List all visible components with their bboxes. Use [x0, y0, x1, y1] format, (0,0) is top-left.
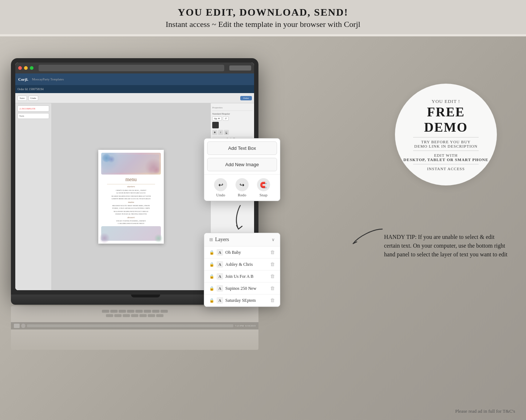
demo-devices: DESKTOP, TABLET OR SMART PHONE [403, 157, 488, 162]
menu-card-flowers-bottom [101, 226, 161, 241]
layer-delete-icon-3[interactable]: 🗑 [270, 273, 275, 279]
layer-item-oh-baby[interactable]: 🔒 A Oh Baby 🗑 [204, 247, 280, 259]
layers-panel: ⊞ Layers ∨ 🔒 A Oh Baby 🗑 🔒 A Ashley & Ch… [204, 233, 280, 307]
layer-name-supinos: Supinos 250 New [225, 286, 268, 291]
layer-type-1: A [217, 249, 223, 256]
snap-item: 🧲 Snap [257, 178, 270, 197]
corjl-brand: MoocayParty Templates [32, 77, 64, 81]
menu-card-canvas: menu starters CRISPY PANKO DUCK ROLL, SW… [98, 150, 164, 243]
corjl-nav: Order Id: 1500758194 [15, 85, 254, 93]
snap-icon-circle[interactable]: 🧲 [257, 178, 270, 191]
lock-icon-3: 🔒 [209, 274, 214, 279]
undo-label: Undo [216, 193, 225, 197]
redo-item: ↪ Redo [236, 178, 249, 197]
browser-dot-red [18, 66, 22, 70]
layer-delete-icon-5[interactable]: 🗑 [270, 297, 275, 303]
float-icon-row: ↩ Undo ↪ Redo 🧲 Snap [204, 174, 280, 201]
undo-icon-circle[interactable]: ↩ [214, 178, 227, 191]
browser-dot-yellow [24, 66, 28, 70]
layer-name-saturday: Saturday SEptem [225, 298, 268, 303]
layer-type-5: A [217, 297, 223, 304]
menu-card-flowers-top [101, 153, 161, 175]
lock-icon-5: 🔒 [209, 298, 214, 303]
demo-try: TRY BEFORE YOU BUY [421, 140, 471, 144]
corjl-float-panel: Add Text Box Add New Image ↩ Undo ↪ Redo… [204, 138, 280, 201]
demo-instant: INSTANT ACCESS [427, 167, 465, 171]
browser-dot-green [30, 66, 33, 70]
demo-link: DEMO LINK IN DESCRIPTION [414, 144, 478, 148]
demo-free: FREE [427, 104, 465, 120]
color-swatch[interactable] [212, 122, 219, 128]
lock-icon-4: 🔒 [209, 286, 214, 291]
demo-divider-3 [413, 164, 479, 164]
layers-header: ⊞ Layers ∨ [204, 233, 280, 247]
undo-item: ↩ Undo [214, 178, 227, 197]
corjl-order-id: Order Id: 1500758194 [17, 88, 44, 91]
corjl-logo: Corjl. [18, 77, 28, 81]
demo-divider-2 [413, 151, 479, 151]
layer-name-oh-baby: Oh Baby [225, 250, 268, 255]
layer-item-supinos[interactable]: 🔒 A Supinos 250 New 🗑 [204, 283, 280, 295]
corjl-sidebar: ⚠ INCOMPLETE Tools [15, 103, 52, 290]
arrow-1-svg [229, 204, 251, 233]
corjl-canvas-area: menu starters CRISPY PANKO DUCK ROLL, SW… [52, 103, 210, 290]
main-title: YOU EDIT, DOWNLOAD, SEND! [0, 7, 526, 18]
demo-demo: DEMO [424, 120, 468, 135]
layers-header-title: ⊞ Layers [209, 237, 229, 243]
demo-divider-1 [413, 137, 479, 137]
corjl-toolbar: Save Undo Order [15, 93, 254, 103]
handy-tip: HANDY TIP: If you are unable to select &… [384, 233, 508, 259]
sidebar-incomplete: ⚠ INCOMPLETE [17, 105, 49, 112]
demo-you-edit: YOU EDIT ! [432, 99, 460, 104]
menu-starters: starters CRISPY PANKO DUCK ROLL, SWEET &… [111, 185, 151, 224]
layer-delete-icon-2[interactable]: 🗑 [270, 261, 275, 267]
redo-label: Redo [238, 193, 246, 197]
layer-name-join-us: Join Us For A B [225, 274, 268, 279]
demo-circle: YOU EDIT ! FREE DEMO TRY BEFORE YOU BUY … [395, 84, 497, 185]
sidebar-tools: Tools [17, 113, 49, 119]
keyboard-area: 7:23 PM 6/18/2019 [11, 306, 258, 350]
browser-chrome [15, 63, 254, 73]
layer-item-ashley-chris[interactable]: 🔒 A Ashley & Chris 🗑 [204, 259, 280, 271]
menu-card-title: menu [125, 177, 137, 183]
handy-tip-text: HANDY TIP: If you are unable to select &… [384, 233, 508, 259]
toolbar-btn-order[interactable]: Order [240, 96, 252, 100]
corjl-topbar: Corjl. MoocayParty Templates [15, 73, 254, 85]
layer-type-3: A [217, 273, 223, 280]
snap-label: Snap [260, 193, 268, 197]
top-banner: YOU EDIT, DOWNLOAD, SEND! Instant access… [0, 0, 526, 34]
sub-title: Instant access ~ Edit the template in yo… [0, 20, 526, 29]
add-text-box-btn[interactable]: Add Text Box [207, 141, 277, 155]
layer-type-2: A [217, 261, 223, 268]
add-new-image-btn[interactable]: Add New Image [207, 158, 277, 171]
layer-delete-icon-1[interactable]: 🗑 [270, 249, 275, 255]
layers-icon: ⊞ [209, 237, 213, 243]
menu-divider-1 [107, 184, 155, 184]
browser-controls [229, 65, 251, 71]
arrow-2-svg [351, 225, 388, 247]
toolbar-btn-save[interactable]: Save [17, 96, 27, 101]
layer-item-join-us[interactable]: 🔒 A Join Us For A B 🗑 [204, 271, 280, 283]
layer-item-saturday[interactable]: 🔒 A Saturday SEptem 🗑 [204, 295, 280, 307]
toolbar-btn-undo[interactable]: Undo [28, 96, 39, 101]
text-tools: B I U [212, 130, 253, 135]
lock-icon-2: 🔒 [209, 262, 214, 267]
layer-type-4: A [217, 285, 223, 292]
demo-edit-with: EDIT WITH [434, 153, 458, 157]
layer-name-ashley-chris: Ashley & Chris [225, 262, 268, 267]
bottom-note: Please read ad in full for T&C's [455, 408, 515, 414]
layer-delete-icon-4[interactable]: 🗑 [270, 285, 275, 291]
browser-address-bar[interactable] [39, 65, 224, 71]
redo-icon-circle[interactable]: ↪ [236, 178, 249, 191]
layers-title: Layers [215, 237, 229, 243]
layers-chevron-icon[interactable]: ∨ [272, 237, 275, 243]
lock-icon-1: 🔒 [209, 250, 214, 255]
